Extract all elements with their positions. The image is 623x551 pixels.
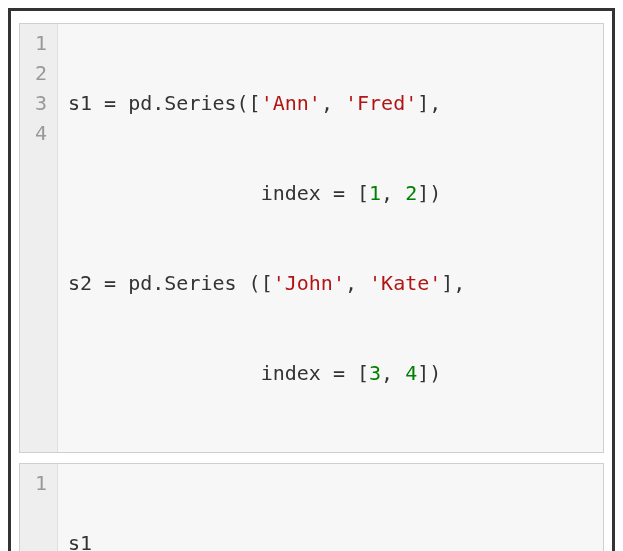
code-text: s1 = pd.Series([ xyxy=(68,91,261,115)
code-area[interactable]: 1 2 3 4 s1 = pd.Series(['Ann', 'Fred'], … xyxy=(20,24,603,452)
string-literal: 'Ann' xyxy=(261,91,321,115)
code-text: ], xyxy=(417,91,441,115)
code-text: ]) xyxy=(417,361,441,385)
line-number: 2 xyxy=(28,58,47,88)
code-cell-1: 1 2 3 4 s1 = pd.Series(['Ann', 'Fred'], … xyxy=(19,23,604,453)
code-text: , xyxy=(381,361,405,385)
notebook-container: 1 2 3 4 s1 = pd.Series(['Ann', 'Fred'], … xyxy=(8,8,615,551)
code-text: ], xyxy=(441,271,465,295)
code-text: index = [ xyxy=(68,181,369,205)
code-text: index = [ xyxy=(68,361,369,385)
number-literal: 3 xyxy=(369,361,381,385)
code-text: s1 xyxy=(68,531,92,551)
line-number: 1 xyxy=(28,468,47,498)
code-editor[interactable]: s1 xyxy=(58,464,174,551)
code-area[interactable]: 1 s1 xyxy=(20,464,603,551)
number-literal: 1 xyxy=(369,181,381,205)
code-text: , xyxy=(381,181,405,205)
code-text: s2 = pd.Series ([ xyxy=(68,271,273,295)
code-text: , xyxy=(345,271,369,295)
line-number: 4 xyxy=(28,118,47,148)
code-cell-2: 1 s1 xyxy=(19,463,604,551)
number-literal: 4 xyxy=(405,361,417,385)
line-number-gutter: 1 2 3 4 xyxy=(20,24,58,452)
line-number-gutter: 1 xyxy=(20,464,58,551)
string-literal: 'Kate' xyxy=(369,271,441,295)
code-editor[interactable]: s1 = pd.Series(['Ann', 'Fred'], index = … xyxy=(58,24,475,452)
code-text: ]) xyxy=(417,181,441,205)
string-literal: 'John' xyxy=(273,271,345,295)
code-text: , xyxy=(321,91,345,115)
string-literal: 'Fred' xyxy=(345,91,417,115)
line-number: 1 xyxy=(28,28,47,58)
number-literal: 2 xyxy=(405,181,417,205)
line-number: 3 xyxy=(28,88,47,118)
